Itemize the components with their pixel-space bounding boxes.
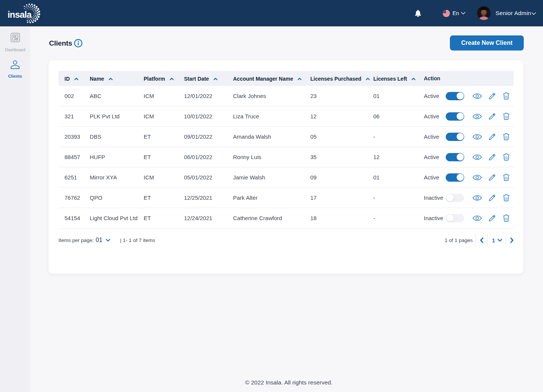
svg-text:insala: insala xyxy=(8,9,32,20)
